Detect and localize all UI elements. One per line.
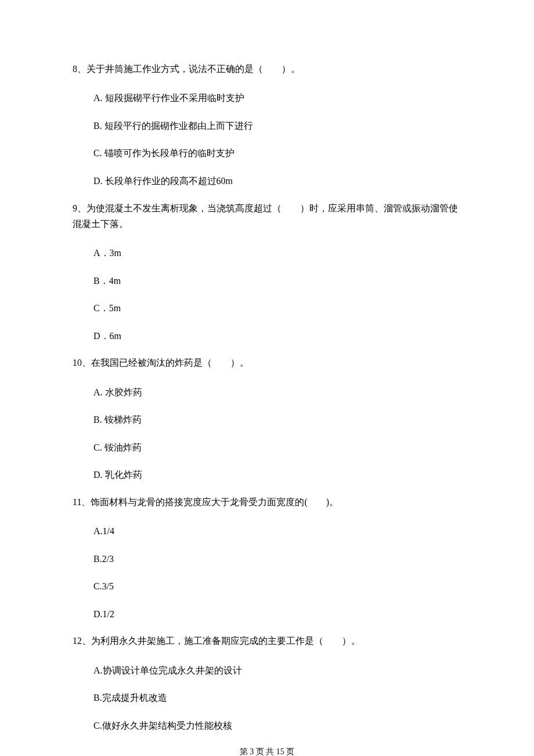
option-c: C.3/5 xyxy=(93,579,461,594)
option-c: C. 铵油炸药 xyxy=(93,440,461,455)
question-stem: 11、饰面材料与龙骨的搭接宽度应大于龙骨受力面宽度的( )。 xyxy=(73,494,461,510)
option-d: D. 乳化炸药 xyxy=(93,467,461,483)
option-a: A．3m xyxy=(93,246,461,261)
option-c: C. 锚喷可作为长段单行的临时支护 xyxy=(93,146,461,161)
option-b: B.完成提升机改造 xyxy=(93,690,461,705)
option-a: A.1/4 xyxy=(93,524,461,539)
option-d: D.1/2 xyxy=(93,607,461,622)
option-b: B. 铵梯炸药 xyxy=(93,412,461,427)
option-group: A.协调设计单位完成永久井架的设计 B.完成提升机改造 C.做好永久井架结构受力… xyxy=(93,663,461,733)
option-d: D．6m xyxy=(93,329,461,344)
option-b: B.2/3 xyxy=(93,552,461,567)
option-c: C.做好永久井架结构受力性能校核 xyxy=(93,718,461,733)
question-stem: 10、在我国已经被淘汰的炸药是（ ）。 xyxy=(73,355,461,370)
question-stem: 12、为利用永久井架施工，施工准备期应完成的主要工作是（ ）。 xyxy=(73,633,461,649)
option-a: A. 短段掘砌平行作业不采用临时支护 xyxy=(93,91,461,106)
option-a: A.协调设计单位完成永久井架的设计 xyxy=(93,663,461,678)
question-stem: 9、为使混凝土不发生离析现象，当浇筑高度超过（ ）时，应采用串筒、溜管或振动溜管… xyxy=(73,200,461,232)
option-c: C．5m xyxy=(93,301,461,316)
option-group: A. 短段掘砌平行作业不采用临时支护 B. 短段平行的掘砌作业都由上而下进行 C… xyxy=(93,91,461,188)
option-d: D. 长段单行作业的段高不超过60m xyxy=(93,174,461,189)
document-page: 8、关于井筒施工作业方式，说法不正确的是（ ）。 A. 短段掘砌平行作业不采用临… xyxy=(0,0,534,756)
option-a: A. 水胶炸药 xyxy=(93,385,461,400)
option-group: A．3m B．4m C．5m D．6m xyxy=(93,246,461,343)
question-stem: 8、关于井筒施工作业方式，说法不正确的是（ ）。 xyxy=(73,61,461,77)
option-group: A.1/4 B.2/3 C.3/5 D.1/2 xyxy=(93,524,461,621)
page-footer: 第 3 页 共 15 页 xyxy=(73,747,461,756)
option-b: B．4m xyxy=(93,273,461,289)
option-b: B. 短段平行的掘砌作业都由上而下进行 xyxy=(93,118,461,134)
option-group: A. 水胶炸药 B. 铵梯炸药 C. 铵油炸药 D. 乳化炸药 xyxy=(93,385,461,483)
